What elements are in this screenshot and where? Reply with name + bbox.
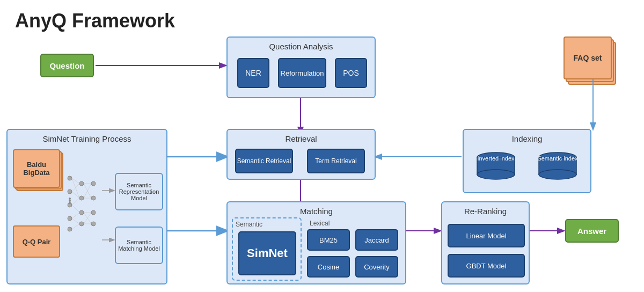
semantic-retrieval-node: Semantic Retrieval (235, 149, 293, 173)
neural-network-diagram (65, 167, 100, 237)
lexical-inner-label: Lexical (310, 220, 330, 227)
retrieval-title: Retrieval (228, 134, 375, 143)
svg-line-38 (72, 218, 79, 224)
answer-node: Answer (565, 219, 619, 243)
lexical-section: Lexical BM25 Jaccard Cosine Coverity (307, 217, 402, 281)
faq-to-indexing-arrow (585, 79, 601, 133)
pos-node: POS (335, 58, 367, 88)
matching-title: Matching (228, 207, 405, 216)
simnet-node: SimNet (238, 231, 296, 275)
svg-line-35 (72, 198, 79, 205)
svg-line-39 (72, 224, 79, 229)
semantic-index-label: Semantic index (536, 155, 579, 162)
svg-point-21 (68, 216, 72, 221)
linear-model-node: Linear Model (448, 224, 525, 247)
baidu-bigdata-container: Baidu BigData (13, 149, 67, 192)
baidu-bigdata-label: Baidu BigData (14, 160, 59, 177)
page-title: AnyQ Framework (15, 10, 175, 32)
svg-line-36 (72, 205, 79, 213)
svg-point-49 (69, 200, 71, 202)
question-node: Question (40, 54, 94, 77)
svg-point-19 (68, 189, 72, 194)
gbdt-model-node: GBDT Model (448, 254, 525, 278)
ner-node: NER (237, 58, 269, 88)
coverity-node: Coverity (355, 256, 398, 278)
cosine-node: Cosine (307, 256, 350, 278)
indexing-box: Indexing Inverted index Semantic index (463, 129, 591, 193)
semantic-inner-label: Semantic (236, 221, 262, 228)
semantic-representation-label: Semantic Representation Model (116, 182, 162, 201)
svg-point-17 (539, 170, 576, 179)
svg-point-25 (79, 210, 84, 215)
reranking-title: Re-Ranking (442, 207, 529, 216)
svg-point-27 (91, 181, 96, 186)
question-analysis-title: Question Analysis (228, 42, 375, 51)
faq-set: FAQ set (564, 36, 623, 85)
svg-line-37 (72, 213, 79, 218)
question-analysis-box: Question Analysis NER Reformulation POS (226, 36, 376, 98)
svg-point-30 (91, 222, 96, 226)
semantic-representation-model-box: Semantic Representation Model (115, 173, 163, 210)
svg-point-24 (79, 196, 84, 200)
indexing-title: Indexing (464, 134, 590, 143)
svg-point-18 (68, 176, 72, 180)
bm25-node: BM25 (307, 229, 350, 251)
matching-box: Matching Semantic SimNet Lexical BM25 Ja… (226, 201, 406, 284)
jaccard-node: Jaccard (355, 229, 398, 251)
reformulation-node: Reformulation (278, 58, 326, 88)
retrieval-box: Retrieval Semantic Retrieval Term Retrie… (226, 129, 376, 180)
semantic-section: Semantic SimNet (232, 217, 302, 281)
svg-point-50 (69, 202, 71, 204)
faq-set-label: FAQ set (574, 54, 602, 62)
svg-point-23 (79, 181, 84, 186)
reranking-box: Re-Ranking Linear Model GBDT Model (441, 201, 530, 284)
svg-point-48 (69, 198, 71, 200)
svg-point-28 (91, 196, 96, 200)
semantic-matching-model-box: Semantic Matching Model (115, 227, 163, 264)
svg-point-29 (91, 210, 96, 215)
qq-pair-node: Q-Q Pair (13, 225, 60, 258)
semantic-matching-label: Semantic Matching Model (116, 239, 162, 252)
inverted-index-label: Inverted index (474, 155, 517, 162)
svg-point-26 (79, 222, 84, 226)
term-retrieval-node: Term Retrieval (307, 149, 365, 173)
svg-point-14 (477, 170, 515, 179)
svg-line-33 (72, 184, 79, 192)
simnet-training-title: SimNet Training Process (8, 134, 166, 143)
simnet-training-box: SimNet Training Process Baidu BigData Q-… (6, 129, 167, 284)
svg-point-22 (68, 227, 72, 231)
